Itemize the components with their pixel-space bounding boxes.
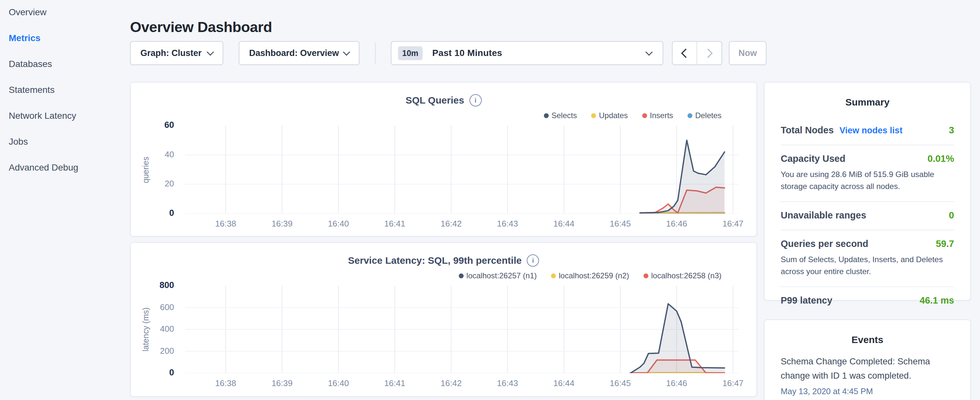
legend-item[interactable]: Deletes [687, 111, 721, 120]
legend-dot-icon [544, 113, 549, 118]
graph-selector-label: Graph: Cluster [140, 48, 202, 58]
x-tick-label: 16:39 [263, 378, 302, 388]
x-tick-label: 16:44 [544, 378, 583, 388]
graph-selector-dropdown[interactable]: Graph: Cluster [130, 41, 223, 65]
dashboard-selector-dropdown[interactable]: Dashboard: Overview [239, 41, 360, 65]
time-next-button[interactable] [697, 42, 722, 64]
summary-row-value: 3 [949, 125, 954, 135]
legend-label: Inserts [650, 111, 673, 120]
y-tick-label: 800 [134, 280, 174, 290]
x-tick-label: 16:41 [375, 219, 414, 229]
summary-row-label: Total Nodes [781, 125, 834, 135]
sidebar-item-statements[interactable]: Statements [9, 85, 55, 95]
legend-item[interactable]: localhost:26257 (n1) [459, 271, 537, 280]
chevron-down-icon [343, 48, 350, 56]
info-icon[interactable]: i [527, 254, 539, 267]
now-button[interactable]: Now [729, 41, 767, 65]
legend-dot-icon [459, 274, 464, 278]
legend-item[interactable]: Updates [591, 111, 628, 120]
x-tick-label: 16:46 [657, 378, 696, 388]
y-tick-label: 20 [134, 178, 174, 189]
y-tick-label: 40 [134, 150, 174, 159]
time-prev-button[interactable] [673, 42, 697, 64]
summary-row-unavailable-ranges: Unavailable ranges 0 [781, 202, 954, 230]
x-tick-label: 16:42 [431, 219, 471, 229]
chevron-left-icon [681, 48, 691, 58]
chart-legend: SelectsUpdatesInsertsDeletes [544, 111, 722, 120]
summary-row-capacity-used: Capacity Used 0.01% You are using 28.6 M… [781, 145, 954, 202]
x-tick-label: 16:43 [488, 219, 527, 229]
x-tick-label: 16:39 [263, 219, 302, 229]
x-tick-label: 16:40 [319, 378, 358, 388]
events-title: Events [781, 334, 954, 345]
y-tick-label: 400 [134, 324, 174, 334]
chevron-right-icon [703, 48, 713, 58]
summary-row-label: Queries per second [781, 239, 869, 249]
legend-item[interactable]: localhost:26259 (n2) [551, 271, 629, 280]
summary-row-value: 46.1 ms [920, 295, 954, 306]
x-tick-label: 16:47 [714, 219, 752, 229]
time-range-dropdown[interactable]: 10m Past 10 Minutes [391, 41, 663, 65]
legend-item[interactable]: Inserts [642, 111, 673, 120]
sidebar-item-metrics[interactable]: Metrics [9, 33, 40, 43]
time-range-label: Past 10 Minutes [432, 48, 502, 58]
x-tick-label: 16:43 [488, 378, 527, 388]
event-list-item[interactable]: Schema Change Completed: Schema change w… [781, 354, 954, 396]
overview-dashboard-page: { "sidebar": { "items": [ {"label": "Ove… [0, 0, 980, 400]
x-tick-label: 16:40 [319, 219, 358, 229]
info-icon[interactable]: i [469, 94, 482, 107]
legend-label: Selects [552, 111, 577, 120]
chart-title: SQL Queries [406, 95, 464, 106]
summary-row-queries-per-second: Queries per second 59.7 Sum of Selects, … [781, 230, 954, 287]
service-latency-chart-card: Service Latency: SQL, 99th percentile i … [130, 242, 757, 397]
summary-row-value: 0.01% [928, 153, 954, 164]
chart-title-row: Service Latency: SQL, 99th percentile i [131, 254, 756, 267]
sql-queries-chart-card: SQL Queries i SelectsUpdatesInsertsDelet… [130, 82, 757, 237]
events-panel: Events Schema Change Completed: Schema c… [764, 319, 971, 400]
chevron-down-icon [207, 48, 214, 56]
legend-item[interactable]: Selects [544, 111, 577, 120]
summary-panel: Summary Total Nodes View nodes list 3 Ca… [764, 82, 971, 301]
sidebar-item-databases[interactable]: Databases [9, 59, 52, 69]
summary-row-label: P99 latency [781, 295, 832, 306]
y-tick-label: 0 [134, 208, 174, 218]
summary-row-caption: Sum of Selects, Updates, Inserts, and De… [781, 253, 954, 277]
time-range-badge: 10m [398, 46, 423, 60]
legend-dot-icon [687, 113, 692, 118]
chart-canvas [185, 126, 739, 214]
y-tick-label: 200 [134, 346, 174, 356]
x-tick-label: 16:45 [601, 219, 640, 229]
chart-canvas [185, 286, 739, 373]
event-timestamp: May 13, 2020 at 4:45 PM [781, 387, 954, 396]
x-tick-label: 16:42 [431, 378, 471, 388]
page-title: Overview Dashboard [130, 19, 272, 36]
summary-row-label: Capacity Used [781, 153, 845, 164]
x-tick-label: 16:44 [544, 219, 583, 229]
service-latency-plot[interactable] [185, 286, 739, 373]
x-tick-label: 16:47 [714, 378, 752, 388]
legend-item[interactable]: localhost:26258 (n3) [644, 271, 721, 280]
legend-label: localhost:26257 (n1) [466, 271, 537, 280]
x-tick-label: 16:46 [657, 219, 696, 229]
sidebar-item-network-latency[interactable]: Network Latency [9, 111, 76, 121]
chart-title-row: SQL Queries i [131, 94, 756, 107]
sidebar-item-advanced-debug[interactable]: Advanced Debug [9, 163, 78, 173]
legend-dot-icon [551, 274, 556, 278]
sidebar-item-jobs[interactable]: Jobs [9, 137, 28, 147]
legend-label: localhost:26259 (n2) [559, 271, 629, 280]
x-tick-label: 16:38 [206, 378, 245, 388]
summary-row-value: 59.7 [936, 239, 954, 249]
controls-divider [375, 42, 375, 64]
sql-queries-plot[interactable] [185, 126, 739, 214]
view-nodes-list-link[interactable]: View nodes list [840, 126, 903, 135]
x-tick-label: 16:38 [206, 219, 245, 229]
legend-dot-icon [591, 113, 596, 118]
x-tick-label: 16:41 [375, 378, 414, 388]
chart-legend: localhost:26257 (n1)localhost:26259 (n2)… [459, 271, 721, 280]
summary-row-value: 0 [949, 210, 954, 221]
summary-row-label: Unavailable ranges [781, 210, 866, 221]
sidebar-item-overview[interactable]: Overview [9, 7, 46, 18]
dashboard-selector-label: Dashboard: Overview [249, 48, 339, 58]
legend-label: localhost:26258 (n3) [651, 271, 721, 280]
legend-dot-icon [644, 274, 648, 278]
